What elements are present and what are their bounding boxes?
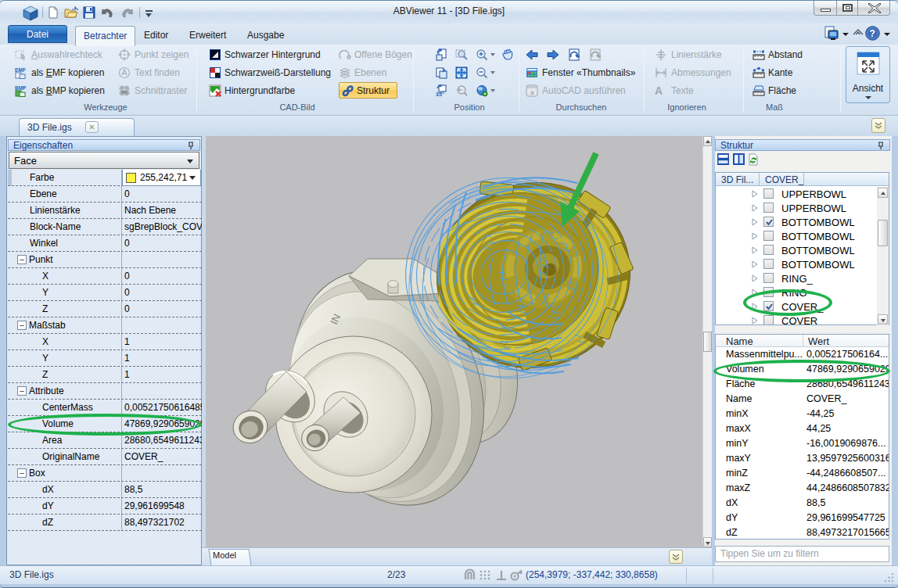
svg-text:BMP: BMP xyxy=(15,85,27,91)
svg-text:EMF: EMF xyxy=(15,67,26,73)
svg-text:a: a xyxy=(530,89,534,96)
svg-text:35°: 35° xyxy=(436,91,444,97)
svg-text:?: ? xyxy=(870,28,875,39)
